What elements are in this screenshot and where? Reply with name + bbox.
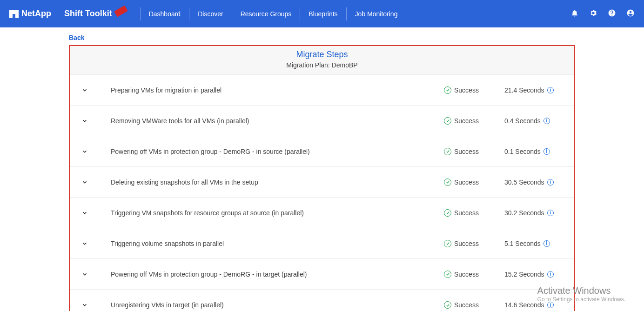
nav-blueprints[interactable]: Blueprints [300,7,346,20]
step-duration: 21.4 Secondsi [504,86,565,94]
migrate-steps-panel: Migrate Steps Migration Plan: DemoBP Pre… [69,45,575,311]
status-text: Success [454,240,479,247]
brand-logo: NetApp [9,9,51,19]
back-link[interactable]: Back [0,27,644,45]
success-check-icon [444,240,451,247]
step-label: Preparing VMs for migration in parallel [94,86,444,94]
step-status: Success [444,240,504,247]
info-icon[interactable]: i [547,87,554,93]
steps-list: Preparing VMs for migration in parallelS… [70,75,574,311]
info-icon[interactable]: i [543,118,550,124]
step-status: Success [444,148,504,155]
step-label: Powering off VMs in protection group - D… [94,271,444,278]
step-label: Triggering VM snapshots for resource gro… [94,209,444,217]
step-duration: 30.5 Secondsi [504,179,565,186]
step-status: Success [444,301,504,309]
bell-icon[interactable] [570,9,579,19]
step-duration: 5.1 Secondsi [504,240,565,247]
step-row: Deleting existing snapshots for all VMs … [70,167,574,198]
panel-subtitle: Migration Plan: DemoBP [70,61,574,69]
success-check-icon [444,117,451,125]
success-check-icon [444,179,451,186]
step-row: Triggering VM snapshots for resource gro… [70,198,574,228]
success-check-icon [444,86,451,94]
product-name: Shift Toolkit [64,9,127,19]
nav-discover[interactable]: Discover [189,7,231,20]
step-label: Removing VMWare tools for all VMs (in pa… [94,117,444,125]
panel-title: Migrate Steps [70,50,574,60]
chevron-down-icon[interactable] [75,302,94,308]
success-check-icon [444,271,451,278]
info-icon[interactable]: i [543,240,550,247]
step-row: Unregistering VMs in target (in parallel… [70,290,574,311]
chevron-down-icon[interactable] [75,87,94,93]
nav-job-monitoring[interactable]: Job Monitoring [346,7,407,20]
chevron-down-icon[interactable] [75,118,94,124]
step-label: Triggering volume snapshots in parallel [94,240,444,247]
status-text: Success [454,117,479,125]
chevron-down-icon[interactable] [75,271,94,278]
user-icon[interactable] [626,9,635,19]
status-text: Success [454,86,479,94]
duration-text: 5.1 Seconds [504,240,541,247]
status-text: Success [454,148,479,155]
duration-text: 21.4 Seconds [504,86,544,94]
step-status: Success [444,271,504,278]
chevron-down-icon[interactable] [75,179,94,185]
info-icon[interactable]: i [547,179,554,185]
status-text: Success [454,301,479,309]
step-row: Preparing VMs for migration in parallelS… [70,75,574,106]
step-duration: 0.4 Secondsi [504,117,565,125]
duration-text: 14.6 Seconds [504,301,544,309]
chevron-down-icon[interactable] [75,210,94,216]
duration-text: 0.4 Seconds [504,117,541,125]
top-bar: NetApp Shift Toolkit Dashboard Discover … [0,0,644,27]
step-row: Triggering volume snapshots in parallelS… [70,228,574,259]
nav-resource-groups[interactable]: Resource Groups [232,7,300,20]
nav-dashboard[interactable]: Dashboard [140,7,189,20]
success-check-icon [444,148,451,155]
info-icon[interactable]: i [543,148,550,155]
chevron-down-icon[interactable] [75,240,94,247]
success-check-icon [444,301,451,309]
panel-header: Migrate Steps Migration Plan: DemoBP [70,46,574,75]
step-row: Removing VMWare tools for all VMs (in pa… [70,106,574,136]
gear-icon[interactable] [589,9,597,19]
topbar-actions [570,9,635,19]
step-label: Unregistering VMs in target (in parallel… [94,301,444,309]
step-status: Success [444,209,504,217]
netapp-logo-icon [9,10,19,18]
chevron-down-icon[interactable] [75,148,94,155]
duration-text: 30.2 Seconds [504,209,544,217]
duration-text: 15.2 Seconds [504,271,544,278]
step-duration: 0.1 Secondsi [504,148,565,155]
content-area: Back Migrate Steps Migration Plan: DemoB… [0,27,644,311]
step-label: Deleting existing snapshots for all VMs … [94,179,444,186]
step-status: Success [444,179,504,186]
step-duration: 30.2 Secondsi [504,209,565,217]
duration-text: 0.1 Seconds [504,148,541,155]
status-text: Success [454,271,479,278]
step-row: Powering off VMs in protection group - D… [70,136,574,167]
preview-badge-icon [114,5,128,17]
info-icon[interactable]: i [547,210,554,216]
help-icon[interactable] [608,9,616,19]
step-row: Powering off VMs in protection group - D… [70,259,574,290]
main-nav: Dashboard Discover Resource Groups Bluep… [140,0,407,27]
status-text: Success [454,209,479,217]
brand-company: NetApp [21,9,51,19]
info-icon[interactable]: i [547,302,554,308]
success-check-icon [444,209,451,217]
info-icon[interactable]: i [547,271,554,278]
step-duration: 15.2 Secondsi [504,271,565,278]
step-status: Success [444,117,504,125]
duration-text: 30.5 Seconds [504,179,544,186]
step-label: Powering off VMs in protection group - D… [94,148,444,155]
status-text: Success [454,179,479,186]
step-status: Success [444,86,504,94]
step-duration: 14.6 Secondsi [504,301,565,309]
